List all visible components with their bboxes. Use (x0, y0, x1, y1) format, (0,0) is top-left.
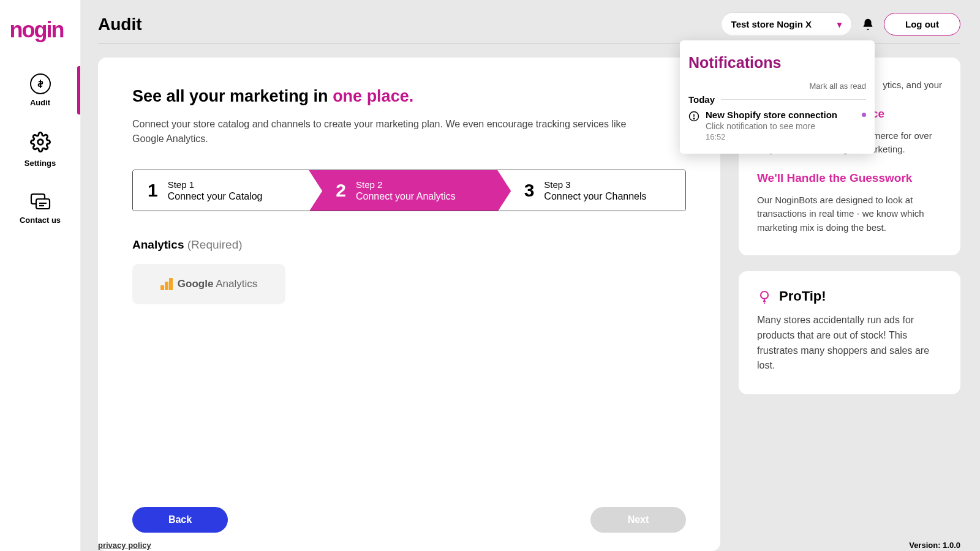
section-label: Analytics (Required) (132, 238, 686, 252)
sidebar-item-audit[interactable]: Audit (0, 61, 80, 119)
dollar-icon (30, 73, 51, 94)
sidebar-item-settings[interactable]: Settings (0, 119, 80, 180)
wizard-subtitle: Connect your store catalog and channels … (132, 117, 659, 146)
gear-icon (30, 132, 51, 155)
header: Audit Test store Nogin X ▾ Log out (81, 0, 980, 43)
bell-icon (861, 18, 875, 31)
notifications-panel: Notifications Mark all as read Today New… (680, 40, 875, 154)
integration-label: Google Analytics (178, 278, 257, 290)
wizard-card: See all your marketing in one place. Con… (98, 58, 720, 551)
alert-icon (688, 111, 699, 122)
lightbulb-icon (757, 289, 772, 304)
sidebar-item-contact[interactable]: Contact us (0, 180, 80, 237)
sidebar-item-label: Audit (30, 98, 50, 107)
notif-item-time: 16:52 (706, 132, 866, 141)
nav-list: Audit Settings Contact us (0, 61, 80, 237)
protip-title: ProTip! (779, 288, 826, 304)
divider (721, 99, 866, 100)
footer: privacy policy Version: 1.0.0 (81, 537, 980, 551)
chevron-down-icon: ▾ (837, 20, 842, 29)
store-selector[interactable]: Test store Nogin X ▾ (721, 12, 852, 36)
svg-point-11 (693, 118, 695, 119)
google-analytics-card[interactable]: Google Analytics (132, 264, 285, 304)
back-button[interactable]: Back (132, 507, 228, 533)
info-section-guesswork: We'll Handle the Guesswork Our NoginBots… (757, 171, 942, 235)
google-analytics-icon (160, 278, 173, 290)
notif-day-label: Today (688, 94, 715, 105)
notifications-title: Notifications (688, 54, 866, 72)
logo: nogin (10, 17, 71, 43)
chat-icon (29, 192, 51, 212)
stepper: 1 Step 1 Connect your Catalog 2 Step 2 C… (132, 170, 686, 211)
notification-item[interactable]: New Shopify store connection Click notif… (688, 110, 866, 141)
unread-dot-icon (862, 113, 866, 117)
notif-item-title: New Shopify store connection (706, 110, 837, 120)
store-selector-label: Test store Nogin X (731, 19, 812, 29)
logout-button[interactable]: Log out (884, 13, 960, 36)
page-title: Audit (98, 15, 142, 34)
step-1[interactable]: 1 Step 1 Connect your Catalog (133, 170, 309, 211)
notifications-button[interactable] (861, 17, 875, 32)
sidebar: nogin Audit Settings Contact us (0, 0, 81, 551)
next-button[interactable]: Next (590, 507, 686, 533)
privacy-link[interactable]: privacy policy (98, 541, 151, 550)
svg-point-5 (761, 291, 768, 299)
svg-point-0 (37, 140, 43, 145)
step-2[interactable]: 2 Step 2 Connect your Analytics (309, 170, 497, 211)
mark-all-read-button[interactable]: Mark all as read (688, 81, 866, 91)
sidebar-item-label: Settings (24, 159, 56, 168)
notif-item-sub: Click notification to see more (706, 121, 866, 131)
version-label: Version: 1.0.0 (909, 541, 960, 550)
protip-body: Many stores accidentally run ads for pro… (757, 313, 942, 373)
wizard-actions: Back Next (132, 482, 686, 533)
sidebar-item-label: Contact us (20, 216, 61, 225)
wizard-heading: See all your marketing in one place. (132, 87, 686, 106)
protip-card: ProTip! Many stores accidentally run ads… (739, 271, 960, 394)
step-3[interactable]: 3 Step 3 Connect your Channels (497, 170, 685, 211)
